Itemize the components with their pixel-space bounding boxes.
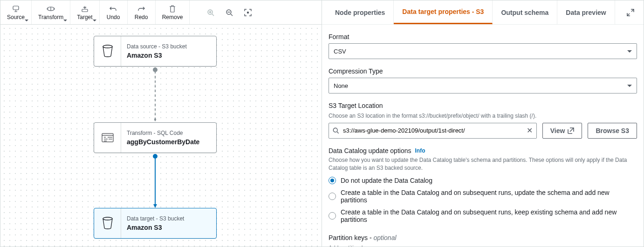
sql-icon [94,123,121,153]
undo-icon [110,5,117,13]
svg-marker-7 [154,119,156,121]
format-label: Format [329,33,637,40]
node-title: Amazon S3 [127,224,184,231]
node-type-label: Data target - S3 bucket [127,215,184,222]
s3-location-input-wrapper: ✕ [329,123,537,139]
target-icon [81,5,89,13]
catalog-option-3-label: Create a table in the Data Catalog and o… [341,208,637,223]
tab-data-target-properties[interactable]: Data target properties - S3 [394,0,493,24]
clear-icon[interactable]: ✕ [527,126,533,135]
radio-icon [329,193,336,200]
source-icon [12,5,20,13]
format-select[interactable]: CSV [329,43,637,59]
caret-down-icon [627,50,632,53]
svg-rect-8 [102,134,113,142]
edge [154,71,156,121]
info-link[interactable]: Info [415,147,425,154]
target-label: Target [77,14,92,20]
catalog-option-3[interactable]: Create a table in the Data Catalog and o… [329,206,637,226]
zoom-controls [206,0,252,24]
node-data-target[interactable]: Data target - S3 bucket Amazon S3 [94,208,217,239]
compression-value: None [334,82,348,89]
properties-panel: Node properties Data target properties -… [322,0,644,247]
tab-node-properties[interactable]: Node properties [327,0,394,24]
browse-label: Browse S3 [596,127,629,134]
bucket-icon [94,36,121,66]
bucket-icon [94,208,121,238]
partition-keys-hint: Add partition keys. [329,244,637,247]
node-title: aggByCustomerByDate [127,138,199,146]
svg-rect-2 [82,9,88,12]
source-label: Source [7,14,25,20]
view-button[interactable]: View [542,123,582,139]
toolbar: Source Transform Target Undo Redo [0,0,322,25]
target-button[interactable]: Target [70,0,99,24]
node-transform[interactable]: Transform - SQL Code aggByCustomerByDate [94,122,217,153]
graph-canvas[interactable]: Data source - S3 bucket Amazon S3 Transf… [0,25,322,247]
external-link-icon [568,127,574,134]
form: Format CSV Compression Type None S3 Targ… [322,25,644,247]
node-title: Amazon S3 [127,52,187,59]
svg-rect-0 [13,6,19,10]
search-icon [333,127,339,134]
compression-select[interactable]: None [329,78,637,93]
expand-icon[interactable] [622,0,639,24]
s3-location-label: S3 Target Location [329,102,637,109]
transform-icon [46,5,55,13]
catalog-option-1[interactable]: Do not update the Data Catalog [329,174,637,187]
catalog-option-1-label: Do not update the Data Catalog [341,177,432,184]
trash-icon [169,5,176,13]
svg-point-11 [333,128,337,132]
transform-button[interactable]: Transform [32,0,70,24]
radio-icon [329,177,336,184]
view-label: View [550,127,565,134]
tabs: Node properties Data target properties -… [322,0,644,25]
partition-keys-label: Partition keys - optional [329,234,637,241]
zoom-in-icon[interactable] [206,8,215,17]
compression-label: Compression Type [329,67,637,75]
catalog-label: Data Catalog update options [329,147,411,154]
catalog-option-2[interactable]: Create a table in the Data Catalog and o… [329,187,637,206]
redo-icon [137,5,145,13]
caret-down-icon [627,85,632,87]
svg-point-5 [247,12,249,13]
transform-label: Transform [38,14,63,20]
node-data-source[interactable]: Data source - S3 bucket Amazon S3 [94,36,217,67]
visual-editor-panel: Source Transform Target Undo Redo [0,0,322,247]
redo-button[interactable]: Redo [128,0,156,24]
remove-button[interactable]: Remove [156,0,190,24]
tab-output-schema[interactable]: Output schema [493,0,557,24]
redo-label: Redo [135,14,148,20]
fit-screen-icon[interactable] [244,8,252,17]
catalog-hint: Choose how you want to update the Data C… [329,156,637,172]
node-type-label: Data source - S3 bucket [127,43,187,50]
node-type-label: Transform - SQL Code [127,130,199,136]
zoom-out-icon[interactable] [225,8,233,17]
remove-label: Remove [162,14,183,20]
undo-label: Undo [107,14,120,20]
s3-location-hint: Choose an S3 location in the format s3:/… [329,112,637,120]
radio-icon [329,212,336,220]
svg-marker-10 [153,204,157,208]
catalog-option-2-label: Create a table in the Data Catalog and o… [341,189,637,204]
browse-s3-button[interactable]: Browse S3 [588,123,637,139]
source-button[interactable]: Source [0,0,32,24]
edge [153,158,157,208]
s3-location-input[interactable] [343,127,523,134]
tab-data-preview[interactable]: Data preview [557,0,615,24]
undo-button[interactable]: Undo [100,0,128,24]
format-value: CSV [334,48,346,55]
